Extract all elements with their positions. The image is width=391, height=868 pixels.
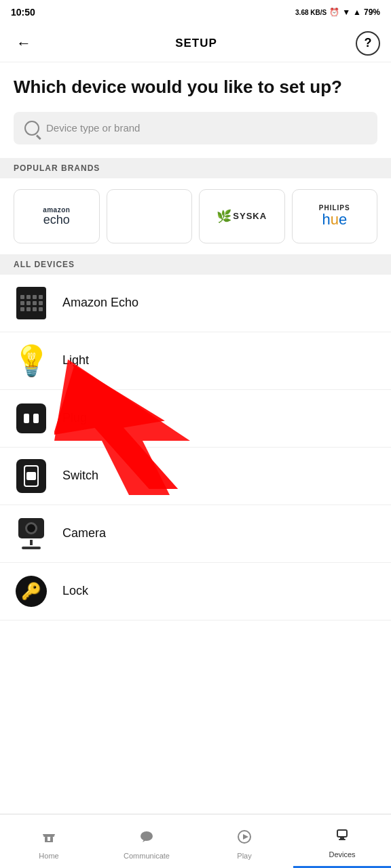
camera-icon-wrap [14,516,49,551]
top-nav: ← SETUP ? [0,24,391,62]
status-icons: 3.68 KB/S ⏰ ▼ ▲ 79% [295,7,380,17]
echo-icon-wrap [14,285,49,321]
device-item-lock[interactable]: 🔑 Lock [0,563,391,620]
syska-leaf-icon: 🌿 [217,209,231,224]
status-bar: 10:50 3.68 KB/S ⏰ ▼ ▲ 79% [0,0,391,24]
devices-nav-label: Devices [329,850,355,859]
svg-rect-6 [45,841,53,842]
amazon-echo-label: Amazon Echo [62,296,138,310]
brand-syska[interactable]: 🌿 SYSKA [199,189,285,243]
home-icon [41,829,57,849]
communicate-nav-label: Communicate [124,852,170,860]
svg-rect-3 [43,834,55,835]
device-item-camera[interactable]: Camera [0,505,391,563]
nav-item-play[interactable]: Play [196,814,293,868]
switch-label: Switch [62,469,98,483]
devices-list: Amazon Echo 💡 Light Plug [0,275,391,620]
syska-label: SYSKA [233,211,267,221]
amazon-text: amazon [43,207,70,214]
lock-icon-wrap: 🔑 [14,574,49,609]
battery-icon: 79% [364,7,380,17]
camera-label: Camera [62,526,106,540]
bottom-nav: Home Communicate Play Devices [0,814,391,868]
echo-text: echo [43,214,70,226]
communicate-icon [138,829,155,849]
wifi-icon: ▼ [342,7,350,17]
all-devices-header: ALL DEVICES [0,254,391,275]
switch-icon-wrap [14,458,49,494]
signal-icon: ▲ [353,7,361,17]
play-icon [236,829,253,849]
device-item-light[interactable]: 💡 Light [0,332,391,390]
brands-grid: amazon echo 🌿 SYSKA PHILIPS hue [14,178,377,254]
lock-label: Lock [62,584,88,598]
svg-rect-11 [337,830,347,837]
brand-philips-hue[interactable]: PHILIPS hue [292,189,378,243]
nav-title: SETUP [175,37,217,50]
plug-label: Plug [62,411,87,425]
light-icon-wrap: 💡 [14,343,49,378]
light-label: Light [62,353,89,368]
plug-device-icon [16,403,46,433]
alarm-icon: ⏰ [329,7,339,17]
camera-device-icon [18,518,44,549]
device-item-switch[interactable]: Switch [0,448,391,505]
svg-rect-13 [339,839,346,840]
nav-item-home[interactable]: Home [0,814,98,868]
back-button[interactable]: ← [11,29,37,58]
svg-rect-2 [43,835,54,837]
plug-icon-wrap [14,401,49,436]
brand-amazon-echo[interactable]: amazon echo [14,189,100,243]
nav-item-communicate[interactable]: Communicate [98,814,196,868]
devices-icon [334,827,350,848]
page-title: Which device would you like to set up? [14,76,377,98]
status-time: 10:50 [11,7,35,18]
main-content: Which device would you like to set up? D… [0,62,391,620]
home-nav-label: Home [39,852,58,860]
switch-device-icon [16,459,46,493]
popular-brands-header: POPULAR BRANDS [0,158,391,178]
echo-device-icon [16,287,46,319]
search-icon [24,121,39,136]
data-speed-icon: 3.68 KB/S [295,9,327,16]
nav-item-devices[interactable]: Devices [293,814,391,868]
device-item-amazon-echo[interactable]: Amazon Echo [0,275,391,332]
search-placeholder: Device type or brand [46,122,140,134]
brand-empty[interactable] [107,189,193,243]
search-bar[interactable]: Device type or brand [14,112,377,144]
svg-point-7 [141,831,153,841]
lock-device-icon: 🔑 [16,576,47,607]
device-item-plug[interactable]: Plug [0,390,391,448]
help-button[interactable]: ? [356,31,380,56]
light-device-icon: 💡 [13,346,50,376]
svg-marker-10 [243,834,248,840]
play-nav-label: Play [237,852,251,860]
hue-text: hue [322,212,347,228]
